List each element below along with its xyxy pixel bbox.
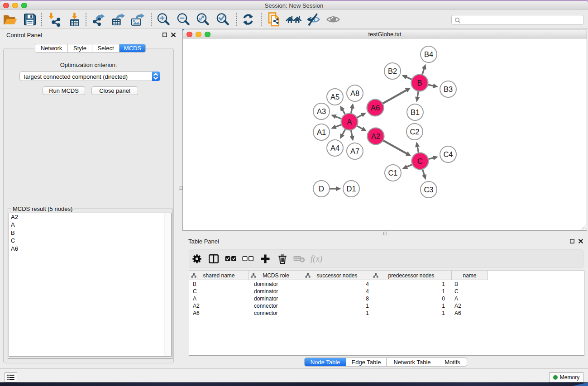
table-row-A2[interactable]: A2connector11A2 xyxy=(189,302,584,310)
graph-node-A6[interactable]: A6 xyxy=(367,100,384,116)
edge-A-A2[interactable] xyxy=(357,126,363,129)
table-row-A6[interactable]: A6connector11A6 xyxy=(189,310,584,317)
close-panel-icon[interactable] xyxy=(171,33,176,37)
edge-B-B2[interactable] xyxy=(406,77,412,80)
float-panel-icon[interactable] xyxy=(163,33,167,37)
close-panel-button[interactable]: Close panel xyxy=(91,86,138,95)
tab-motifs[interactable]: Motifs xyxy=(438,358,467,366)
mcds-result-item[interactable]: A xyxy=(9,221,164,229)
hide-unhide-icon[interactable] xyxy=(306,10,320,29)
graph-node-A7[interactable]: A7 xyxy=(347,143,363,159)
graph-node-B1[interactable]: B1 xyxy=(407,104,423,120)
deselect-all-icon[interactable] xyxy=(242,250,254,267)
edge-A2-C[interactable] xyxy=(383,140,407,154)
mcds-result-item[interactable]: B xyxy=(9,229,164,237)
export-table-icon[interactable] xyxy=(111,10,125,29)
tab-mcds[interactable]: MCDS xyxy=(120,44,146,52)
graph-node-C1[interactable]: C1 xyxy=(385,165,401,181)
edge-C-C1[interactable] xyxy=(406,164,412,167)
select-all-icon[interactable] xyxy=(225,250,237,267)
mcds-result-item[interactable]: A2 xyxy=(9,213,164,221)
table-row-C[interactable]: Cdominator41C xyxy=(189,288,584,295)
table-options-icon[interactable] xyxy=(191,250,202,267)
tab-network-table[interactable]: Network Table xyxy=(387,358,438,366)
edge-A6-B[interactable] xyxy=(382,90,406,104)
mcds-result-scrollbar[interactable] xyxy=(164,213,172,357)
column-header-name[interactable]: name xyxy=(452,271,488,280)
column-header-predecessor-nodes[interactable]: predecessor nodes xyxy=(371,271,452,280)
open-file-icon[interactable] xyxy=(3,10,17,29)
zoom-fit-icon[interactable] xyxy=(196,10,210,29)
export-image-icon[interactable] xyxy=(130,10,145,29)
table-row-B[interactable]: Bdominator41B xyxy=(189,281,584,288)
column-header-successor-nodes[interactable]: successor nodes xyxy=(303,271,371,280)
edge-A-A6[interactable] xyxy=(357,115,362,118)
close-table-panel-icon[interactable] xyxy=(578,239,583,243)
refresh-icon[interactable] xyxy=(241,10,255,29)
frame-edge-handle-left[interactable] xyxy=(179,186,182,190)
save-session-icon[interactable] xyxy=(23,10,37,29)
graph-node-B3[interactable]: B3 xyxy=(440,81,456,97)
tab-network[interactable]: Network xyxy=(35,44,68,52)
edge-A-A7[interactable] xyxy=(351,130,352,136)
graph-node-B[interactable]: B xyxy=(411,75,428,91)
mcds-result-list[interactable]: A2ABCA6 xyxy=(9,213,164,357)
mcds-result-item[interactable]: A6 xyxy=(9,245,164,253)
zoom-in-icon[interactable] xyxy=(156,10,171,29)
edge-A-A1[interactable] xyxy=(335,124,342,127)
graph-node-C2[interactable]: C2 xyxy=(406,124,423,140)
edge-B-B3[interactable] xyxy=(428,85,434,86)
search-input[interactable] xyxy=(463,16,581,24)
home-layout-icon[interactable] xyxy=(286,10,302,29)
column-header-shared-name[interactable]: shared name xyxy=(189,271,249,280)
edge-B-B1[interactable] xyxy=(417,91,418,97)
graph-node-A3[interactable]: A3 xyxy=(313,103,330,119)
graph-node-A8[interactable]: A8 xyxy=(347,85,363,101)
table-row-A[interactable]: Adominator80A xyxy=(189,295,584,302)
edge-A-A4[interactable] xyxy=(342,129,345,135)
resize-grip-icon[interactable] xyxy=(581,224,586,230)
memory-button[interactable]: Memory xyxy=(549,372,583,382)
graph-node-D[interactable]: D xyxy=(313,181,330,197)
zoom-out-icon[interactable] xyxy=(176,10,191,29)
optimization-criterion-select[interactable]: largest connected component (directed) xyxy=(19,71,160,81)
frame-edge-handle-bottom[interactable] xyxy=(383,232,387,235)
edge-C-C2[interactable] xyxy=(417,146,419,152)
column-visibility-icon[interactable] xyxy=(208,250,219,267)
run-mcds-button[interactable]: Run MCDS xyxy=(43,86,85,95)
mcds-result-item[interactable]: C xyxy=(9,237,164,245)
graph-node-B4[interactable]: B4 xyxy=(421,46,437,62)
tab-style[interactable]: Style xyxy=(68,44,92,52)
edge-C-C4[interactable] xyxy=(428,158,434,159)
edge-A-A3[interactable] xyxy=(335,116,342,119)
graph-node-C4[interactable]: C4 xyxy=(440,146,456,162)
edge-B-B4[interactable] xyxy=(422,68,424,75)
add-column-icon[interactable] xyxy=(260,250,271,267)
graph-node-C[interactable]: C xyxy=(412,153,429,170)
graph-node-B2[interactable]: B2 xyxy=(384,63,401,79)
task-history-button[interactable] xyxy=(5,372,17,382)
import-table-icon[interactable] xyxy=(67,10,82,29)
delete-column-icon[interactable] xyxy=(277,250,288,267)
graph-node-A1[interactable]: A1 xyxy=(313,124,330,140)
column-header-MCDS-role[interactable]: MCDS role xyxy=(249,271,303,280)
graph-node-A5[interactable]: A5 xyxy=(327,89,343,105)
zoom-selected-icon[interactable] xyxy=(215,10,230,29)
tab-edge-table[interactable]: Edge Table xyxy=(346,358,387,366)
edge-A-A8[interactable] xyxy=(351,108,352,113)
tab-node-table[interactable]: Node Table xyxy=(305,358,346,366)
graph-node-C3[interactable]: C3 xyxy=(421,181,437,198)
graph-node-A[interactable]: A xyxy=(341,114,358,130)
graph-node-A4[interactable]: A4 xyxy=(327,140,343,156)
import-network-icon[interactable] xyxy=(48,10,62,29)
export-network-icon[interactable] xyxy=(92,10,106,29)
network-graph[interactable]: AA1A2A3A4A5A6A7A8BB1B2B3B4CC1C2C3C4DD1 xyxy=(183,39,587,230)
graph-node-A2[interactable]: A2 xyxy=(368,128,384,145)
edge-A-A5[interactable] xyxy=(343,110,345,114)
edge-C-C3[interactable] xyxy=(422,169,424,176)
graph-node-D1[interactable]: D1 xyxy=(343,181,359,197)
show-all-icon[interactable] xyxy=(326,10,340,29)
float-table-panel-icon[interactable] xyxy=(570,239,574,243)
duplicate-network-icon[interactable] xyxy=(267,10,282,29)
tab-select[interactable]: Select xyxy=(92,44,120,52)
